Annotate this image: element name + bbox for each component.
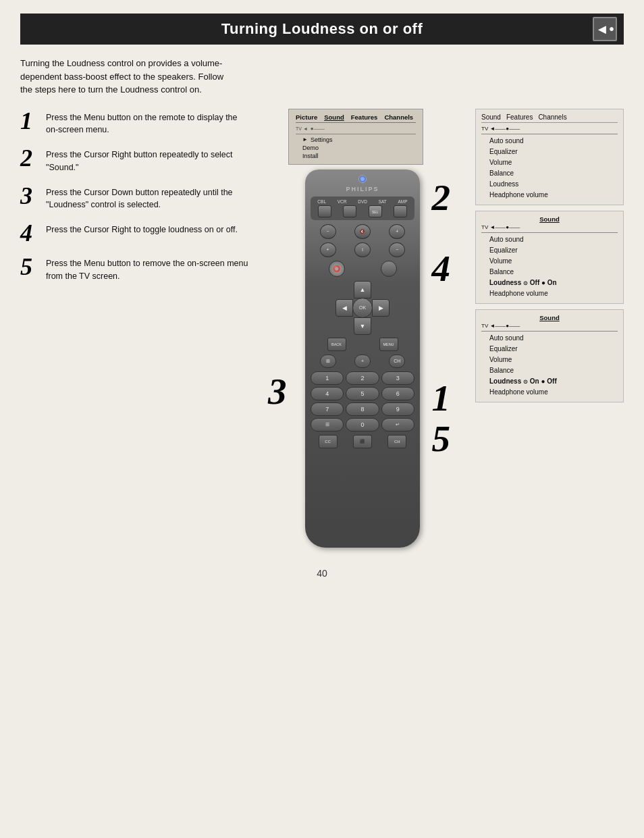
btn-8[interactable]: 8	[346, 402, 379, 416]
step-3-number: 3	[20, 184, 39, 208]
instructions: 1 Press the Menu button on the remote to…	[20, 109, 250, 548]
btn-plus[interactable]: +	[354, 355, 371, 368]
btn-ch[interactable]: CH	[389, 355, 405, 368]
menu-item-headphone: Headphone volume	[481, 190, 618, 201]
menu-item-autosound: Auto sound	[481, 136, 618, 147]
step-4-overlay: 4	[432, 247, 451, 290]
step-2-number: 2	[20, 146, 39, 170]
btn-9[interactable]: 9	[381, 402, 414, 416]
dpad-down[interactable]: ▼	[354, 317, 371, 335]
step-5-text: Press the Menu button to remove the on-s…	[46, 255, 250, 283]
p4-volume: Volume	[481, 355, 618, 365]
step-5: 5 Press the Menu button to remove the on…	[20, 255, 250, 283]
btn-list[interactable]: ☰	[311, 418, 344, 431]
page-number: 40	[20, 568, 624, 579]
btn-vol-down[interactable]: −	[320, 224, 336, 239]
page-title: Turning Loudness on or off	[221, 20, 423, 37]
p4-equalizer: Equalizer	[481, 344, 618, 355]
tv-panel-4: Sound TV ◄——●—— Auto sound Equalizer Vol…	[475, 309, 624, 402]
step-1-right-overlay: 1	[432, 377, 451, 419]
dpad-up[interactable]: ▲	[354, 281, 371, 298]
number-grid: 1 2 3 4 5 6 7 8 9 ☰ 0 ↵	[311, 371, 414, 431]
btn-ch-down[interactable]: −	[389, 242, 405, 257]
step-2-text: Press the Cursor Right button repeatedly…	[46, 146, 250, 174]
btn-func-1[interactable]: ⊞	[320, 355, 336, 368]
source-labels: CBL VCR DVD SAT AMP	[312, 199, 413, 204]
btn-6[interactable]: 6	[381, 387, 414, 400]
top-btn-row: − 🔇 +	[311, 224, 414, 239]
p3-equalizer: Equalizer	[481, 245, 618, 256]
p4-headphone: Headphone volume	[481, 387, 618, 398]
dpad-right[interactable]: ▶	[372, 299, 390, 317]
step-1: 1 Press the Menu button on the remote to…	[20, 109, 250, 137]
dpad: ▲ ▼ ◀ ▶ OK	[336, 281, 390, 335]
dpad-ok[interactable]: OK	[352, 298, 373, 318]
source-buttons: SEL	[312, 205, 413, 217]
remote-body: PHILIPS CBL VCR DVD SAT AMP	[305, 169, 420, 548]
btn-mute[interactable]: 🔇	[354, 224, 371, 239]
btn-3[interactable]: 3	[381, 371, 414, 385]
panel3-header: Sound	[481, 215, 618, 223]
source-btn-select[interactable]: SEL	[369, 205, 382, 217]
bottom-btn-row: CC ⬛ CH	[311, 435, 414, 448]
p4-autosound: Auto sound	[481, 333, 618, 344]
menu-item-loudness: Loudness	[481, 179, 618, 190]
source-selector: CBL VCR DVD SAT AMP SEL	[311, 197, 414, 220]
btn-0[interactable]: 0	[346, 418, 379, 431]
btn-1[interactable]: 1	[311, 371, 344, 385]
step-3: 3 Press the Cursor Down button repeatedl…	[20, 184, 250, 212]
menu-item-equalizer: Equalizer	[481, 147, 618, 157]
step-3-left-overlay: 3	[268, 370, 287, 413]
btn-7[interactable]: 7	[311, 402, 344, 416]
tv-panel-3: Sound TV ◄——●—— Auto sound Equalizer Vol…	[475, 211, 624, 304]
dpad-left[interactable]: ◀	[336, 299, 353, 317]
step-2: 2 Press the Cursor Right button repeated…	[20, 146, 250, 174]
btn-4[interactable]: 4	[311, 387, 344, 400]
btn-ch-list[interactable]: CH	[387, 435, 406, 448]
btn-ch-up[interactable]: +	[389, 224, 405, 239]
p3-balance: Balance	[481, 267, 618, 278]
tv-panel-2: Sound Features Channels TV ◄——●—— Auto s…	[475, 109, 624, 205]
p4-loudness: Loudness ⊙ On ● Off	[481, 376, 618, 387]
step-4-number: 4	[20, 221, 39, 245]
btn-cc[interactable]: CC	[319, 435, 338, 448]
menu-btn-row: BACK MENU	[311, 338, 414, 351]
source-btn-cbl[interactable]	[318, 205, 331, 217]
step-5-number: 5	[20, 255, 39, 279]
step-2-overlay: 2	[432, 176, 451, 219]
power-row: ⭕	[311, 261, 414, 277]
btn-info[interactable]: i	[354, 242, 371, 257]
btn-subtitle[interactable]: ⬛	[353, 435, 372, 448]
menu-screen-1: Picture Sound Features Channels TV ◄ ●——…	[288, 109, 423, 165]
p3-volume: Volume	[481, 256, 618, 267]
btn-enter[interactable]: ↵	[381, 418, 414, 431]
step-4-text: Press the Cursor Right to toggle loudnes…	[46, 221, 238, 236]
source-btn-dvd[interactable]	[394, 205, 407, 217]
p3-loudness: Loudness ⊙ Off ● On	[481, 278, 618, 288]
btn-vol-up[interactable]: +	[320, 242, 336, 257]
btn-menu[interactable]: MENU	[379, 338, 398, 351]
p4-balance: Balance	[481, 365, 618, 376]
btn-spare[interactable]	[381, 261, 397, 277]
btn-back[interactable]: BACK	[327, 338, 346, 351]
intro-text: Turning the Loudness control on provides…	[20, 57, 236, 97]
btn-active[interactable]: ⭕	[329, 261, 345, 277]
p3-headphone: Headphone volume	[481, 288, 618, 299]
page-container: Turning Loudness on or off ◄• Turning th…	[0, 0, 644, 838]
panel4-header: Sound	[481, 314, 618, 321]
center-area: Picture Sound Features Channels TV ◄ ●——…	[257, 109, 468, 548]
main-content: 1 Press the Menu button on the remote to…	[20, 109, 624, 548]
ir-sensor	[358, 175, 367, 183]
remote-control: 2 4 3 1 5 PHILIPS	[305, 169, 420, 548]
right-panels: Sound Features Channels TV ◄——●—— Auto s…	[475, 109, 624, 548]
menu-item-volume: Volume	[481, 157, 618, 168]
step-1-number: 1	[20, 109, 39, 133]
p3-autosound: Auto sound	[481, 234, 618, 245]
step-5-right-overlay: 5	[432, 417, 451, 460]
menu-item-balance: Balance	[481, 168, 618, 179]
step-3-text: Press the Cursor Down button repeatedly …	[46, 184, 250, 212]
title-icon: ◄•	[593, 17, 617, 41]
source-btn-vcr[interactable]	[343, 205, 356, 217]
btn-5[interactable]: 5	[346, 387, 379, 400]
btn-2[interactable]: 2	[346, 371, 379, 385]
